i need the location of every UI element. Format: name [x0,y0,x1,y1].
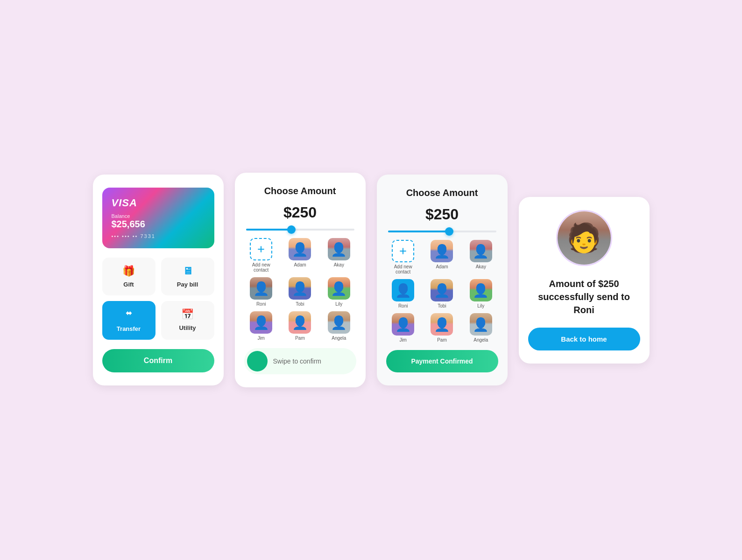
slider-thumb [287,225,296,234]
contact-pam-name: Pam [295,336,305,341]
add-new-contact-item[interactable]: Add new contact [244,238,278,273]
contact-lily-avatar: 👤 [328,277,350,300]
slider-track [246,229,354,231]
screen3-contact-akay-avatar: 👤 [470,240,492,262]
screen3-slider-thumb [445,227,453,236]
contact-akay-avatar: 👤 [328,238,350,260]
screen-2-choose-amount: Choose Amount $250 Add new contact [235,173,366,387]
pay-bill-icon: 🖥 [183,265,193,277]
contact-angela-name: Angela [332,336,346,341]
card-balance-label: Balance [112,213,205,219]
screen3-add-new-avatar [392,240,414,262]
contact-tobi-name: Tobi [296,301,304,307]
screen3-slider-track [388,231,496,232]
screen3-title: Choose Amount [386,188,498,198]
screen3-amount: $250 [386,206,498,223]
screen-1-wallet: VISA Balance $25,656 ••• ••• •• 7331 🎁 G… [93,175,224,385]
contact-akay[interactable]: 👤 Akay [322,238,356,273]
contact-tobi-avatar: 👤 [289,277,311,300]
payment-confirmed-button[interactable]: Payment Confirmed [386,350,498,372]
screen-4-success: 🧑 Amount of $250 successfully send to Ro… [519,197,650,364]
screen3-contact-tobi-avatar: 👤 [431,279,453,301]
screen3-contacts-grid: Add new contact 👤 Adam 👤 Akay 👤 [386,240,498,343]
contact-roni[interactable]: 👤 Roni [244,277,278,307]
contact-adam-name: Adam [294,262,306,267]
contact-angela[interactable]: 👤 Angela [322,311,356,341]
contact-roni-name: Roni [256,301,266,307]
add-new-contact-avatar [250,238,272,260]
pay-bill-label: Pay bill [177,281,198,288]
card-number: ••• ••• •• 7331 [112,233,205,239]
screen2-contacts-grid: Add new contact 👤 Adam 👤 Akay 👤 [244,238,356,341]
screen-3-choose-amount-selected: Choose Amount $250 Add new contact [377,175,508,385]
screen3-contact-tobi-name: Tobi [438,303,446,308]
contact-jim-avatar: 👤 [250,311,272,334]
contact-adam-avatar: 👤 [289,238,311,260]
contact-jim[interactable]: 👤 Jim [244,311,278,341]
screen3-contact-pam-avatar: 👤 [431,313,453,336]
contact-tobi[interactable]: 👤 Tobi [283,277,317,307]
confirm-button[interactable]: Confirm [102,349,214,372]
contact-pam[interactable]: 👤 Pam [283,311,317,341]
screen3-contact-lily-avatar: 👤 [470,279,492,301]
screen3-add-new-contact-item[interactable]: Add new contact [386,240,420,274]
screen3-contact-adam[interactable]: 👤 Adam [425,240,459,274]
screen3-contact-jim-name: Jim [399,337,407,343]
add-new-contact-label: Add new contact [244,262,278,273]
screen3-contact-angela-avatar: 👤 [470,313,492,336]
screen3-contact-roni[interactable]: 👤 Roni [386,279,420,308]
utility-icon: 📅 [181,308,194,321]
screen3-contact-angela[interactable]: 👤 Angela [464,313,498,343]
screen3-slider-fill [388,231,448,232]
swipe-label: Swipe to confirm [273,357,321,365]
contact-pam-avatar: 👤 [289,311,311,334]
screen2-title: Choose Amount [244,186,356,196]
screen3-contact-jim[interactable]: 👤 Jim [386,313,420,343]
contact-lily-name: Lily [335,301,342,307]
gift-icon: 🎁 [122,265,135,277]
contact-angela-avatar: 👤 [328,311,350,334]
swipe-circle [247,351,268,371]
transfer-label: Transfer [117,325,141,332]
utility-label: Utility [179,324,196,331]
contact-jim-name: Jim [257,336,265,341]
contact-adam[interactable]: 👤 Adam [283,238,317,273]
contact-akay-name: Akay [334,262,344,267]
screen3-contact-angela-name: Angela [473,337,488,343]
visa-card: VISA Balance $25,656 ••• ••• •• 7331 [102,188,214,248]
visa-brand-label: VISA [112,197,205,209]
screen3-contact-pam[interactable]: 👤 Pam [425,313,459,343]
screen3-contact-pam-name: Pam [437,337,447,343]
screen3-contact-lily-name: Lily [477,303,484,308]
pay-bill-button[interactable]: 🖥 Pay bill [161,258,214,295]
screen3-contact-roni-name: Roni [398,303,408,308]
screen3-contact-akay-name: Akay [476,264,486,269]
screen3-contact-lily[interactable]: 👤 Lily [464,279,498,308]
screen3-contact-adam-avatar: 👤 [431,240,453,262]
screen3-slider[interactable] [386,231,498,232]
screen3-contact-tobi[interactable]: 👤 Tobi [425,279,459,308]
contact-lily[interactable]: 👤 Lily [322,277,356,307]
screen3-contact-akay[interactable]: 👤 Akay [464,240,498,274]
action-grid: 🎁 Gift 🖥 Pay bill Transfer 📅 Utility [102,258,214,340]
gift-label: Gift [123,281,134,288]
contact-roni-avatar: 👤 [250,277,272,300]
success-message: Amount of $250 successfully send to Roni [528,277,640,316]
transfer-button[interactable]: Transfer [102,301,155,340]
gift-button[interactable]: 🎁 Gift [102,258,155,295]
back-to-home-button[interactable]: Back to home [528,328,640,350]
swipe-to-confirm-button[interactable]: Swipe to confirm [244,348,356,374]
screen2-slider[interactable] [244,229,356,231]
screen3-contact-roni-avatar-selected: 👤 [392,279,414,301]
screen3-add-new-label: Add new contact [386,264,420,274]
transfer-icon [124,308,134,322]
screens-container: VISA Balance $25,656 ••• ••• •• 7331 🎁 G… [93,173,650,387]
card-balance: $25,656 [112,219,205,230]
user-avatar-circle: 🧑 [556,210,612,266]
utility-button[interactable]: 📅 Utility [161,301,214,340]
screen3-contact-adam-name: Adam [436,264,448,269]
screen3-contact-jim-avatar: 👤 [392,313,414,336]
slider-fill [246,229,290,231]
screen2-amount: $250 [244,204,356,221]
